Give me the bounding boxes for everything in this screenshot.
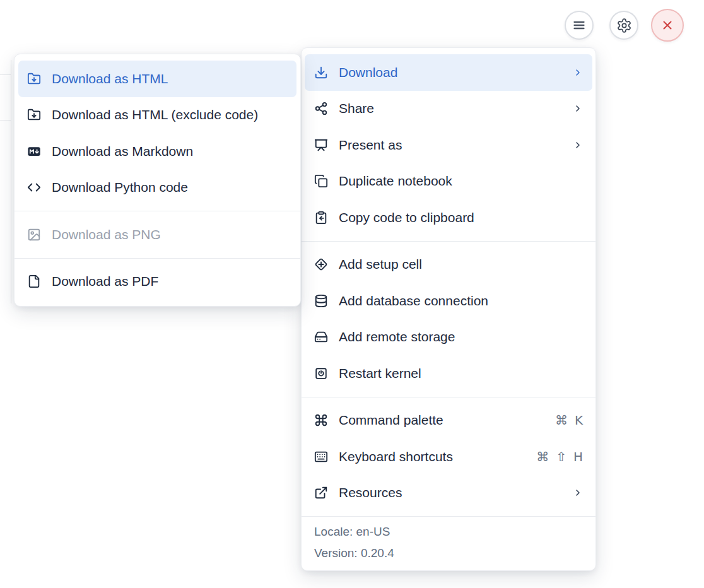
locale-text: Locale: en-US [314, 521, 583, 543]
external-link-icon [314, 486, 328, 500]
gear-icon [616, 18, 632, 33]
menu-item-label: Add database connection [339, 293, 488, 309]
background-table-border [11, 60, 11, 303]
menu-item-duplicate-notebook[interactable]: Duplicate notebook [305, 163, 592, 200]
menu-item-label: Download [339, 65, 397, 80]
key-glyph: K [575, 413, 583, 428]
menu-item-label: Duplicate notebook [339, 173, 452, 189]
menu-item-add-remote-storage[interactable]: Add remote storage [305, 319, 592, 356]
hamburger-icon [572, 18, 587, 33]
menu-item-download-python-code[interactable]: Download Python code [18, 170, 296, 206]
menu-footer: Locale: en-US Version: 0.20.4 [302, 516, 595, 564]
folder-down-icon [27, 108, 41, 122]
menu-item-label: Restart kernel [339, 366, 421, 381]
menu-item-label: Download as PNG [52, 227, 161, 242]
share-icon [314, 102, 328, 115]
key-glyph: ⌘ [536, 449, 549, 464]
download-submenu: Download as HTML Download as HTML (exclu… [14, 54, 301, 307]
menu-item-add-setup-cell[interactable]: Add setup cell [305, 247, 592, 283]
menu-item-label: Resources [339, 485, 402, 500]
menu-item-copy-code-to-clipboard[interactable]: Copy code to clipboard [305, 199, 592, 236]
diamond-plus-icon [314, 257, 328, 271]
background-row-divider [0, 74, 11, 75]
menu-button[interactable] [565, 11, 594, 40]
menu-item-download-as-html-exclude-code[interactable]: Download as HTML (exclude code) [18, 97, 296, 134]
background-row-divider [0, 120, 11, 121]
menu-item-label: Download as PDF [52, 274, 158, 289]
menu-item-label: Download as Markdown [52, 144, 193, 159]
key-glyph: H [573, 449, 583, 464]
key-glyph: ⌘ [555, 413, 568, 428]
markdown-download-icon [27, 144, 41, 158]
menu-item-label: Share [339, 101, 374, 116]
image-icon [27, 228, 41, 242]
menu-item-label: Keyboard shortcuts [339, 449, 453, 464]
menu-item-download[interactable]: Download [305, 54, 592, 91]
menu-item-label: Add setup cell [339, 257, 422, 272]
version-text: Version: 0.20.4 [314, 543, 583, 564]
menu-item-resources[interactable]: Resources [305, 475, 592, 512]
menu-item-restart-kernel[interactable]: Restart kernel [305, 355, 592, 392]
menu-item-label: Copy code to clipboard [339, 210, 474, 225]
menu-item-download-as-markdown[interactable]: Download as Markdown [18, 133, 296, 170]
hard-drive-icon [314, 330, 328, 344]
menu-item-label: Download as HTML (exclude code) [52, 107, 258, 122]
chevron-right-icon [573, 140, 583, 150]
menu-separator [15, 258, 300, 259]
shortcut-hint: ⌘ ⇧ H [536, 449, 583, 464]
menu-item-label: Download as HTML [52, 71, 168, 86]
code-icon [27, 180, 41, 194]
file-icon [27, 274, 41, 288]
menu-item-add-database-connection[interactable]: Add database connection [305, 283, 592, 319]
database-icon [314, 294, 328, 308]
close-button[interactable] [651, 9, 684, 42]
chevron-right-icon [573, 103, 583, 114]
shortcut-hint: ⌘ K [555, 413, 583, 428]
clipboard-copy-icon [314, 211, 328, 225]
command-icon [314, 413, 328, 427]
menu-item-present-as[interactable]: Present as [305, 127, 592, 163]
menu-separator [302, 397, 595, 397]
menu-item-label: Present as [339, 138, 402, 153]
chevron-right-icon [573, 488, 583, 498]
key-glyph: ⇧ [556, 449, 566, 464]
menu-item-download-as-html[interactable]: Download as HTML [18, 61, 296, 97]
chevron-right-icon [573, 68, 583, 78]
menu-item-label: Command palette [339, 413, 443, 428]
menu-item-command-palette[interactable]: Command palette ⌘ K [305, 403, 592, 439]
notebook-menu: Download Share Present as Duplicate note… [301, 47, 596, 571]
download-icon [314, 66, 328, 79]
presentation-icon [314, 138, 328, 152]
menu-item-download-as-png: Download as PNG [18, 216, 296, 253]
menu-item-label: Add remote storage [339, 329, 455, 344]
copy-icon [314, 174, 328, 188]
close-icon [660, 18, 674, 32]
menu-separator [302, 241, 595, 242]
folder-down-icon [27, 72, 41, 86]
menu-item-share[interactable]: Share [305, 91, 592, 127]
menu-item-label: Download Python code [52, 180, 188, 195]
keyboard-icon [314, 450, 328, 464]
menu-item-keyboard-shortcuts[interactable]: Keyboard shortcuts ⌘ ⇧ H [305, 438, 592, 475]
settings-button[interactable] [609, 11, 638, 40]
power-square-icon [314, 367, 328, 380]
menu-item-download-as-pdf[interactable]: Download as PDF [18, 264, 296, 300]
menu-separator [15, 211, 300, 211]
